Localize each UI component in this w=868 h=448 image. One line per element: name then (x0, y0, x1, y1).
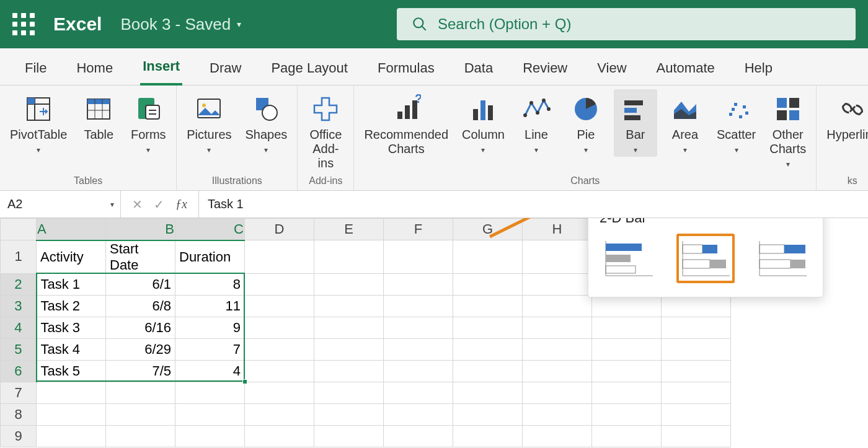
tab-help[interactable]: Help (742, 60, 775, 85)
cell-E9[interactable] (314, 425, 384, 447)
fx-icon[interactable]: ƒx (175, 197, 187, 211)
cell-L8[interactable] (662, 403, 731, 425)
cell-B8[interactable] (106, 403, 175, 425)
accept-icon[interactable]: ✓ (154, 197, 164, 212)
row-header[interactable]: 1 (1, 240, 37, 274)
cell-H2[interactable] (523, 273, 592, 295)
cell-H9[interactable] (523, 425, 592, 447)
cell-B1[interactable]: Start Date (106, 240, 175, 274)
cell-E1[interactable] (314, 240, 384, 274)
cell-D6[interactable] (245, 360, 314, 382)
cell-H5[interactable] (523, 338, 592, 360)
tab-data[interactable]: Data (462, 60, 495, 85)
ribbon-shapes-button[interactable]: Shapes▾ (242, 89, 291, 157)
cell-G8[interactable] (453, 403, 523, 425)
chart-option-clustered-bar[interactable] (600, 234, 658, 283)
tab-review[interactable]: Review (520, 60, 570, 85)
cell-B4[interactable]: 6/16 (106, 317, 175, 338)
cell-L5[interactable] (662, 338, 731, 360)
cell-A3[interactable]: Task 2 (37, 295, 106, 317)
cell-F3[interactable] (384, 295, 453, 317)
row-header[interactable]: 2 (1, 273, 37, 295)
row-header[interactable]: 4 (1, 317, 37, 338)
cell-C2[interactable]: 8 (175, 273, 245, 295)
cell-A6[interactable]: Task 5 (37, 360, 106, 382)
cell-D4[interactable] (245, 317, 314, 338)
row-header[interactable]: 9 (1, 425, 37, 447)
cell-D7[interactable] (245, 382, 314, 403)
cell-H8[interactable] (523, 403, 592, 425)
cell-A2[interactable]: Task 1 (37, 273, 106, 295)
cell-B2[interactable]: 6/1 (106, 273, 175, 295)
cell-E5[interactable] (314, 338, 384, 360)
cell-H3[interactable] (523, 295, 592, 317)
cell-D1[interactable] (245, 240, 314, 274)
cell-C9[interactable] (175, 425, 245, 447)
cell-E8[interactable] (314, 403, 384, 425)
cell-L9[interactable] (662, 425, 731, 447)
column-header-F[interactable]: F (384, 219, 453, 240)
cell-I8[interactable] (592, 403, 662, 425)
row-header[interactable]: 5 (1, 338, 37, 360)
ribbon-pivottable-button[interactable]: PivotTable▾ (6, 89, 71, 157)
cell-G2[interactable] (453, 273, 523, 295)
cell-G1[interactable] (453, 240, 523, 274)
ribbon-table-button[interactable]: Table (77, 89, 120, 144)
cell-G9[interactable] (453, 425, 523, 447)
cell-H4[interactable] (523, 317, 592, 338)
column-header-G[interactable]: G (453, 219, 523, 240)
cell-C1[interactable]: Duration (175, 240, 245, 274)
cell-F6[interactable] (384, 360, 453, 382)
cell-C8[interactable] (175, 403, 245, 425)
cell-I7[interactable] (592, 382, 662, 403)
column-header-E[interactable]: E (314, 219, 384, 240)
tab-automate[interactable]: Automate (654, 60, 717, 85)
cell-B3[interactable]: 6/8 (106, 295, 175, 317)
column-header-C[interactable]: C (175, 219, 245, 240)
cell-F8[interactable] (384, 403, 453, 425)
cell-H6[interactable] (523, 360, 592, 382)
tab-file[interactable]: File (22, 60, 49, 85)
cell-D8[interactable] (245, 403, 314, 425)
ribbon-area-button[interactable]: Area▾ (663, 89, 707, 157)
name-box[interactable]: A2 ▾ (0, 191, 121, 217)
chart-option-100-stacked-bar[interactable] (753, 234, 812, 283)
cell-E2[interactable] (314, 273, 384, 295)
cell-E7[interactable] (314, 382, 384, 403)
cell-E6[interactable] (314, 360, 384, 382)
cell-A4[interactable]: Task 3 (37, 317, 106, 338)
worksheet[interactable]: ABCDEFGHIL1ActivityStart DateDuration2Ta… (0, 218, 868, 447)
cell-C4[interactable]: 9 (175, 317, 245, 338)
cell-L7[interactable] (662, 382, 731, 403)
cell-I9[interactable] (592, 425, 662, 447)
cell-B6[interactable]: 7/5 (106, 360, 175, 382)
ribbon-line-button[interactable]: Line▾ (515, 89, 558, 157)
cell-B7[interactable] (106, 382, 175, 403)
cell-E4[interactable] (314, 317, 384, 338)
cell-A8[interactable] (37, 403, 106, 425)
formula-value[interactable]: Task 1 (199, 197, 252, 211)
app-launcher-icon[interactable] (12, 13, 35, 35)
cell-I4[interactable] (592, 317, 662, 338)
cell-G3[interactable] (453, 295, 523, 317)
column-header-D[interactable]: D (245, 219, 314, 240)
cell-C7[interactable] (175, 382, 245, 403)
cell-G7[interactable] (453, 382, 523, 403)
row-header[interactable]: 6 (1, 360, 37, 382)
ribbon-forms-button[interactable]: Forms▾ (126, 89, 170, 157)
cell-F9[interactable] (384, 425, 453, 447)
tab-page-layout[interactable]: Page Layout (268, 60, 350, 85)
cell-A5[interactable]: Task 4 (37, 338, 106, 360)
ribbon-column-button[interactable]: Column▾ (458, 89, 508, 157)
cell-E3[interactable] (314, 295, 384, 317)
tab-home[interactable]: Home (74, 60, 115, 85)
cell-I3[interactable] (592, 295, 662, 317)
select-all-corner[interactable] (1, 219, 37, 240)
cell-G4[interactable] (453, 317, 523, 338)
cell-D2[interactable] (245, 273, 314, 295)
cell-I6[interactable] (592, 360, 662, 382)
row-header[interactable]: 3 (1, 295, 37, 317)
cell-B5[interactable]: 6/29 (106, 338, 175, 360)
cell-L6[interactable] (662, 360, 731, 382)
chart-option-stacked-bar[interactable] (676, 234, 735, 283)
